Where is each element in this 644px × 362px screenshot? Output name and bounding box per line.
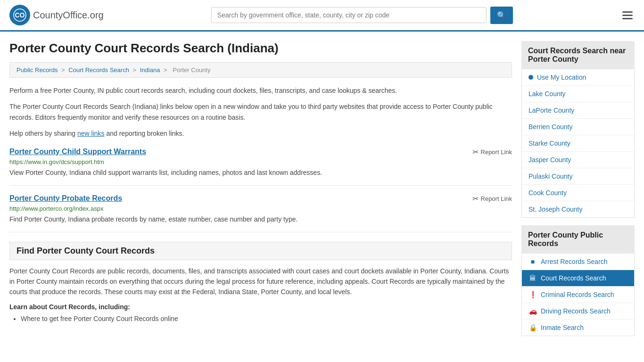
sidebar-use-location-item: Use My Location bbox=[522, 69, 634, 86]
court-records-label: Court Records Search bbox=[541, 274, 606, 282]
section-heading: Find Porter County Court Records bbox=[9, 242, 512, 260]
breadcrumb-separator: > bbox=[61, 66, 66, 74]
sidebar-nearby-title: Court Records Search near Porter County bbox=[521, 41, 635, 69]
location-dot-icon bbox=[528, 75, 533, 80]
court-records-icon: 🏛 bbox=[528, 274, 537, 282]
sidebar-inmate-search-link[interactable]: 🔒 Inmate Search bbox=[522, 320, 634, 336]
sidebar-item: Jasper County bbox=[522, 152, 634, 168]
description-3: Help others by sharing new links and rep… bbox=[9, 128, 512, 139]
inmate-search-icon: 🔒 bbox=[528, 324, 537, 331]
sidebar-item: LaPorte County bbox=[522, 102, 634, 119]
sidebar-link[interactable]: Cook County bbox=[522, 185, 634, 201]
sidebar-item: St. Joseph County bbox=[522, 201, 634, 217]
report-link-button[interactable]: ✂ Report Link bbox=[472, 194, 512, 203]
record-title-link[interactable]: Porter County Child Support Warrants bbox=[9, 148, 146, 156]
search-input[interactable] bbox=[211, 7, 487, 23]
sidebar-public-records-item: 🚗 Driving Records Search bbox=[522, 303, 634, 320]
sidebar-link[interactable]: Berrien County bbox=[522, 119, 634, 135]
sidebar-item: Starke County bbox=[522, 135, 634, 152]
desc3-before: Help others by sharing bbox=[9, 130, 77, 137]
arrest-records-label: Arrest Records Search bbox=[541, 258, 608, 265]
breadcrumb-link-indiana[interactable]: Indiana bbox=[140, 66, 160, 74]
logo-area: CO CountyOffice.org bbox=[9, 5, 104, 25]
learn-label: Learn about Court Records, including: bbox=[9, 303, 512, 311]
list-item: Where to get free Porter County Court Re… bbox=[21, 313, 512, 325]
sidebar-link[interactable]: Jasper County bbox=[522, 152, 634, 168]
breadcrumb-separator: > bbox=[164, 66, 169, 74]
report-link-button[interactable]: ✂ Report Link bbox=[472, 148, 512, 156]
driving-records-label: Driving Records Search bbox=[541, 307, 611, 315]
logo-name: CountyOffice bbox=[33, 10, 87, 20]
logo-tld: .org bbox=[87, 10, 103, 20]
inmate-search-label: Inmate Search bbox=[541, 324, 584, 331]
new-links-link[interactable]: new links bbox=[77, 130, 105, 137]
driving-records-icon: 🚗 bbox=[528, 307, 537, 315]
report-icon: ✂ bbox=[472, 194, 479, 203]
report-link-label: Report Link bbox=[481, 195, 512, 202]
logo-text: CountyOffice.org bbox=[33, 10, 104, 21]
arrest-records-icon: ■ bbox=[528, 258, 537, 265]
sidebar-link[interactable]: St. Joseph County bbox=[522, 201, 634, 217]
record-url: http://www.porterco.org/index.aspx bbox=[9, 205, 512, 212]
sidebar-public-records-item-active: 🏛 Court Records Search bbox=[522, 270, 634, 287]
sidebar-arrest-records-link[interactable]: ■ Arrest Records Search bbox=[522, 254, 634, 270]
use-location-link[interactable]: Use My Location bbox=[522, 69, 634, 85]
search-icon: 🔍 bbox=[497, 11, 506, 19]
report-icon: ✂ bbox=[472, 148, 479, 156]
sidebar-item: Berrien County bbox=[522, 119, 634, 135]
breadcrumb-link-public-records[interactable]: Public Records bbox=[17, 66, 58, 74]
sidebar-criminal-records-link[interactable]: ❗ Criminal Records Search bbox=[522, 287, 634, 303]
sidebar-public-records-list: ■ Arrest Records Search 🏛 Court Records … bbox=[521, 254, 635, 336]
main-content: Porter County Court Records Search (Indi… bbox=[9, 41, 512, 344]
site-header: CO CountyOffice.org 🔍 bbox=[0, 0, 644, 32]
menu-bar bbox=[622, 18, 633, 19]
description-2: The Porter County Court Records Search (… bbox=[9, 101, 512, 123]
sidebar-nearby-list: Use My Location Lake County LaPorte Coun… bbox=[521, 69, 635, 218]
sidebar-link[interactable]: Pulaski County bbox=[522, 168, 634, 184]
bullet-list: Where to get free Porter County Court Re… bbox=[9, 313, 512, 325]
search-area: 🔍 bbox=[211, 7, 513, 24]
record-description: Find Porter County, Indiana probate reco… bbox=[9, 214, 512, 224]
sidebar-public-records-item: ■ Arrest Records Search bbox=[522, 254, 634, 270]
breadcrumb-current: Porter County bbox=[173, 66, 210, 74]
sidebar-court-records-link[interactable]: 🏛 Court Records Search bbox=[522, 270, 634, 286]
logo-icon: CO bbox=[9, 5, 30, 25]
sidebar-link[interactable]: LaPorte County bbox=[522, 102, 634, 118]
record-title-link[interactable]: Porter County Probate Records bbox=[9, 194, 122, 203]
report-link-label: Report Link bbox=[481, 148, 512, 156]
breadcrumb: Public Records > Court Records Search > … bbox=[9, 62, 512, 78]
record-header: Porter County Child Support Warrants ✂ R… bbox=[9, 148, 512, 156]
menu-bar bbox=[622, 15, 633, 16]
record-url: https://www.in.gov/dcs/support.htm bbox=[9, 158, 512, 165]
criminal-records-icon: ❗ bbox=[528, 291, 537, 298]
sidebar-public-records-item: ❗ Criminal Records Search bbox=[522, 287, 634, 303]
search-button[interactable]: 🔍 bbox=[490, 7, 513, 24]
sidebar-public-records-item: 🔒 Inmate Search bbox=[522, 320, 634, 336]
sidebar-item: Lake County bbox=[522, 86, 634, 102]
use-location-label: Use My Location bbox=[537, 74, 586, 81]
record-description: View Porter County, Indiana child suppor… bbox=[9, 168, 512, 178]
sidebar-item: Cook County bbox=[522, 185, 634, 201]
description-1: Perform a free Porter County, IN public … bbox=[9, 85, 512, 96]
breadcrumb-link-court-records[interactable]: Court Records Search bbox=[68, 66, 129, 74]
bottom-paragraph: Porter County Court Records are public r… bbox=[9, 266, 512, 297]
menu-button[interactable] bbox=[620, 9, 635, 21]
sidebar-driving-records-link[interactable]: 🚗 Driving Records Search bbox=[522, 303, 634, 319]
sidebar-nearby-title-text: Court Records Search near Porter County bbox=[528, 47, 626, 63]
desc3-after: and reporting broken links. bbox=[105, 130, 184, 137]
record-entry: Porter County Child Support Warrants ✂ R… bbox=[9, 148, 512, 186]
sidebar-link[interactable]: Lake County bbox=[522, 86, 634, 102]
menu-bar bbox=[622, 11, 633, 13]
svg-text:CO: CO bbox=[15, 11, 25, 19]
sidebar-link[interactable]: Starke County bbox=[522, 135, 634, 151]
record-header: Porter County Probate Records ✂ Report L… bbox=[9, 194, 512, 203]
record-entry: Porter County Probate Records ✂ Report L… bbox=[9, 194, 512, 232]
sidebar-public-records-title-text: Porter County Public Records bbox=[528, 231, 603, 247]
sidebar-public-records-title: Porter County Public Records bbox=[521, 225, 635, 254]
sidebar: Court Records Search near Porter County … bbox=[521, 41, 635, 344]
breadcrumb-separator: > bbox=[133, 66, 138, 74]
page-title: Porter County Court Records Search (Indi… bbox=[9, 41, 512, 56]
sidebar-item: Pulaski County bbox=[522, 168, 634, 185]
criminal-records-label: Criminal Records Search bbox=[541, 291, 614, 298]
